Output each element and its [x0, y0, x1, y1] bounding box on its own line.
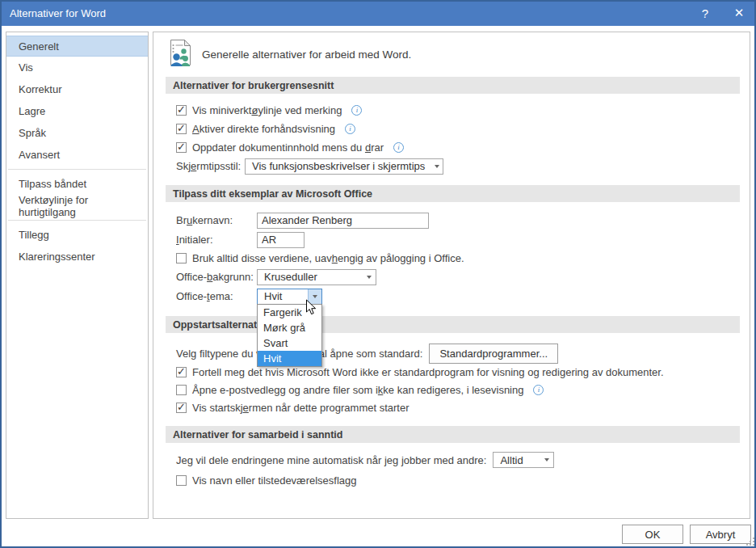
office-background-row: Office-bakgrunn: Kruseduller [166, 268, 740, 285]
checkbox-open-attachments-reading[interactable] [176, 385, 187, 395]
share-changes-row: Jeg vil dele endringene mine automatisk … [166, 451, 740, 469]
checkbox-label: Åpne e-postvedlegg og andre filer som ik… [192, 384, 523, 396]
default-programs-button[interactable]: Standardprogrammer... [429, 344, 558, 364]
username-label: Brukernavn: [176, 214, 257, 226]
checkbox-row-default-program[interactable]: Fortell meg det hvis Microsoft Word ikke… [166, 365, 740, 379]
screentip-row: Skjermtipsstil: Vis funksjonsbeskrivelse… [166, 158, 740, 175]
initials-row: Initialer: [166, 231, 740, 248]
office-theme-label: Office-tema: [176, 290, 257, 302]
dialog-body: Generelt Vis Korrektur Lagre Språk Avans… [0, 26, 756, 548]
office-theme-dropdown[interactable]: Hvit [257, 289, 322, 305]
sidebar-item-verktoylinje[interactable]: Verktøylinje for hurtigtilgang [6, 195, 148, 217]
titlebar[interactable]: Alternativer for Word ? ✕ [0, 0, 756, 26]
section-personalize: Tilpass ditt eksemplar av Microsoft Offi… [166, 185, 740, 202]
checkbox-label: Bruk alltid disse verdiene, uavhengig av… [192, 252, 464, 264]
ok-button[interactable]: OK [622, 525, 683, 544]
office-theme-row: Office-tema: Hvit Fargerik Mørk grå Svar… [166, 288, 740, 305]
chevron-down-icon [540, 453, 553, 467]
sidebar-item-sprak[interactable]: Språk [6, 122, 148, 144]
checkbox-row-update-drag[interactable]: Oppdater dokumentinnhold mens du drar i [166, 141, 740, 154]
screentip-label: Skjermtipsstil: [176, 160, 244, 172]
section-collaboration: Alternativer for samarbeid i sanntid [166, 426, 740, 443]
checkbox-always-use-values[interactable] [176, 253, 187, 263]
initials-input[interactable] [257, 232, 304, 248]
help-button[interactable]: ? [688, 0, 722, 26]
close-button[interactable]: ✕ [722, 0, 756, 26]
chevron-down-icon [431, 159, 443, 174]
page-header: Generelle alternativer for arbeid med Wo… [166, 38, 740, 70]
username-input[interactable] [257, 213, 429, 229]
checkbox-label: Vis miniverktøylinje ved merking [192, 104, 342, 116]
general-options-icon [166, 38, 195, 71]
checkbox-show-minitoolbar[interactable] [176, 105, 187, 116]
theme-option-svart[interactable]: Svart [258, 335, 321, 351]
info-icon[interactable]: i [351, 105, 362, 116]
screentip-style-dropdown[interactable]: Vis funksjonsbeskrivelser i skjermtips [245, 158, 443, 175]
checkbox-label: Aktiver direkte forhåndsvisning [192, 123, 335, 135]
info-icon[interactable]: i [393, 142, 404, 153]
word-options-dialog: Alternativer for Word ? ✕ Generelt Vis K… [0, 0, 756, 548]
office-background-label: Office-bakgrunn: [176, 271, 257, 283]
sidebar-item-generelt[interactable]: Generelt [6, 36, 148, 57]
sidebar-item-klareringssenter[interactable]: Klareringssenter [6, 246, 148, 268]
checkbox-row-minitoolbar[interactable]: Vis miniverktøylinje ved merking i [166, 103, 740, 117]
checkbox-row-email-attachments[interactable]: Åpne e-postvedlegg og andre filer som ik… [166, 383, 740, 397]
checkbox-label: Vis startskjermen når dette programmet s… [192, 402, 410, 414]
checkbox-label: Vis navn eller tilstedeværelsesflagg [192, 474, 357, 487]
office-theme-open-list: Fargerik Mørk grå Svart Hvit [257, 304, 322, 367]
sidebar-item-korrektur[interactable]: Korrektur [6, 78, 148, 100]
sidebar-nav: Generelt Vis Korrektur Lagre Språk Avans… [6, 32, 149, 519]
checkbox-show-presence-flags[interactable] [176, 475, 187, 486]
theme-option-hvit[interactable]: Hvit [258, 351, 321, 366]
chevron-down-icon [308, 289, 321, 304]
content-panel: Generelle alternativer for arbeid med Wo… [153, 32, 750, 519]
sidebar-item-avansert[interactable]: Avansert [6, 144, 148, 166]
file-types-row: Velg filtypene du vil at Word skal åpne … [166, 343, 740, 364]
page-title: Generelle alternativer for arbeid med Wo… [202, 48, 411, 61]
initials-label: Initialer: [176, 234, 257, 246]
chevron-down-icon [362, 270, 376, 285]
dialog-footer: OK Avbryt [622, 525, 751, 544]
sidebar-item-tilpass-bandet[interactable]: Tilpass båndet [6, 173, 148, 195]
section-startup: Oppstartsalternativer [166, 316, 740, 333]
theme-option-fargerik[interactable]: Fargerik [258, 305, 321, 320]
sidebar-divider [8, 220, 146, 221]
office-background-dropdown[interactable]: Kruseduller [257, 269, 376, 285]
sidebar-divider [8, 169, 146, 170]
resize-grip[interactable] [745, 536, 755, 548]
sidebar-item-tillegg[interactable]: Tillegg [6, 224, 148, 246]
checkbox-tell-default-program[interactable] [176, 367, 187, 377]
sidebar-item-lagre[interactable]: Lagre [6, 100, 148, 122]
sidebar-item-vis[interactable]: Vis [6, 57, 148, 78]
checkbox-row-always-use[interactable]: Bruk alltid disse verdiene, uavhengig av… [166, 251, 740, 265]
checkbox-row-presence-flags[interactable]: Vis navn eller tilstedeværelsesflagg [166, 474, 740, 487]
share-changes-dropdown[interactable]: Alltid [493, 452, 554, 468]
checkbox-label: Oppdater dokumentinnhold mens du drar [192, 141, 384, 154]
theme-option-mork-gra[interactable]: Mørk grå [258, 320, 321, 335]
username-row: Brukernavn: [166, 212, 740, 229]
share-changes-label: Jeg vil dele endringene mine automatisk … [176, 454, 486, 466]
checkbox-row-live-preview[interactable]: Aktiver direkte forhåndsvisning i [166, 122, 740, 136]
checkbox-show-start-screen[interactable] [176, 403, 187, 413]
info-icon[interactable]: i [345, 124, 355, 134]
cancel-button[interactable]: Avbryt [690, 525, 751, 544]
checkbox-update-while-drag[interactable] [176, 142, 187, 153]
info-icon[interactable]: i [533, 385, 544, 395]
section-ui: Alternativer for brukergrensesnitt [166, 77, 740, 94]
dialog-title: Alternativer for Word [10, 7, 106, 19]
checkbox-live-preview[interactable] [176, 124, 187, 134]
checkbox-row-start-screen[interactable]: Vis startskjermen når dette programmet s… [166, 401, 740, 415]
checkbox-label: Fortell meg det hvis Microsoft Word ikke… [192, 366, 664, 378]
